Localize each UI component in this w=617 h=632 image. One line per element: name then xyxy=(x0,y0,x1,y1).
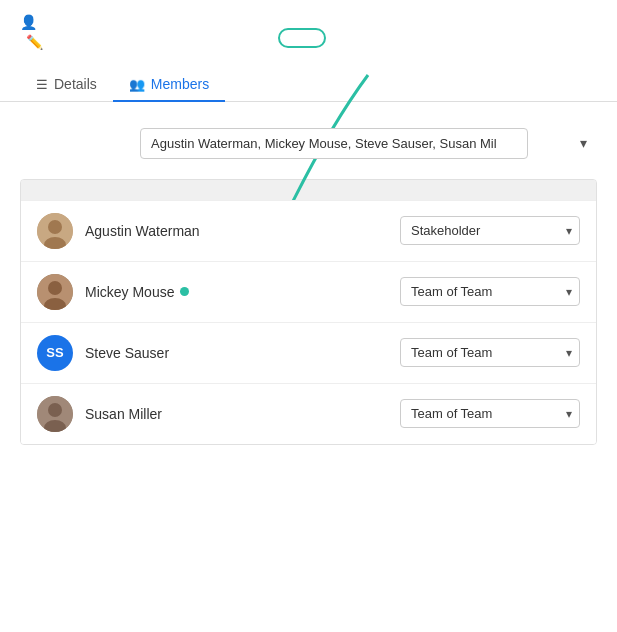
member-name: Steve Sauser xyxy=(85,345,400,361)
team-name-row: ✏️ xyxy=(20,34,43,50)
tab-members[interactable]: 👥 Members xyxy=(113,68,225,102)
tab-details-label: Details xyxy=(54,76,97,92)
member-name: Mickey Mouse xyxy=(85,284,400,300)
role-dropdown-wrapper: Stakeholder Team of Team Member xyxy=(400,399,580,428)
avatar xyxy=(37,213,73,249)
members-icon: 👥 xyxy=(129,77,145,92)
tabs-bar: ☰ Details 👥 Members xyxy=(0,68,617,102)
member-name-text: Mickey Mouse xyxy=(85,284,174,300)
member-name-text: Susan Miller xyxy=(85,406,162,422)
program-title-row: 👤 xyxy=(20,14,43,30)
team-members-row: Agustin Waterman, Mickey Mouse, Steve Sa… xyxy=(20,128,597,159)
role-dropdown-wrapper: Stakeholder Team of Team Member xyxy=(400,277,580,306)
members-dropdown[interactable]: Agustin Waterman, Mickey Mouse, Steve Sa… xyxy=(140,128,528,159)
table-row: Mickey Mouse Stakeholder Team of Team Me… xyxy=(21,261,596,322)
avatar xyxy=(37,396,73,432)
tab-details[interactable]: ☰ Details xyxy=(20,68,113,102)
table-row: Susan Miller Stakeholder Team of Team Me… xyxy=(21,383,596,444)
program-icon: 👤 xyxy=(20,14,37,30)
annotation-bubble xyxy=(278,28,326,48)
member-name-text: Agustin Waterman xyxy=(85,223,200,239)
role-select-susan[interactable]: Stakeholder Team of Team Member xyxy=(400,399,580,428)
members-dropdown-wrapper: Agustin Waterman, Mickey Mouse, Steve Sa… xyxy=(140,128,597,159)
program-info: 👤 ✏️ xyxy=(20,14,43,50)
role-dropdown-wrapper: Stakeholder Team of Team Member xyxy=(400,216,580,245)
svg-point-8 xyxy=(48,403,62,417)
content-area: Agustin Waterman, Mickey Mouse, Steve Sa… xyxy=(0,102,617,461)
role-select-mickey[interactable]: Stakeholder Team of Team Member xyxy=(400,277,580,306)
edit-icon[interactable]: ✏️ xyxy=(26,34,43,50)
team-roles-section: Agustin Waterman Stakeholder Team of Tea… xyxy=(20,179,597,445)
role-select-agustin[interactable]: Stakeholder Team of Team Member xyxy=(400,216,580,245)
member-name: Agustin Waterman xyxy=(85,223,400,239)
avatar-initials: SS xyxy=(46,345,63,360)
role-dropdown-wrapper: Stakeholder Team of Team Member xyxy=(400,338,580,367)
details-icon: ☰ xyxy=(36,77,48,92)
member-name-text: Steve Sauser xyxy=(85,345,169,361)
table-row: SS Steve Sauser Stakeholder Team of Team… xyxy=(21,322,596,383)
avatar: SS xyxy=(37,335,73,371)
team-roles-header xyxy=(21,180,596,200)
member-name: Susan Miller xyxy=(85,406,400,422)
svg-point-2 xyxy=(48,220,62,234)
online-indicator xyxy=(180,287,189,296)
avatar xyxy=(37,274,73,310)
table-row: Agustin Waterman Stakeholder Team of Tea… xyxy=(21,200,596,261)
tab-members-label: Members xyxy=(151,76,209,92)
svg-point-5 xyxy=(48,281,62,295)
role-select-steve[interactable]: Stakeholder Team of Team Member xyxy=(400,338,580,367)
